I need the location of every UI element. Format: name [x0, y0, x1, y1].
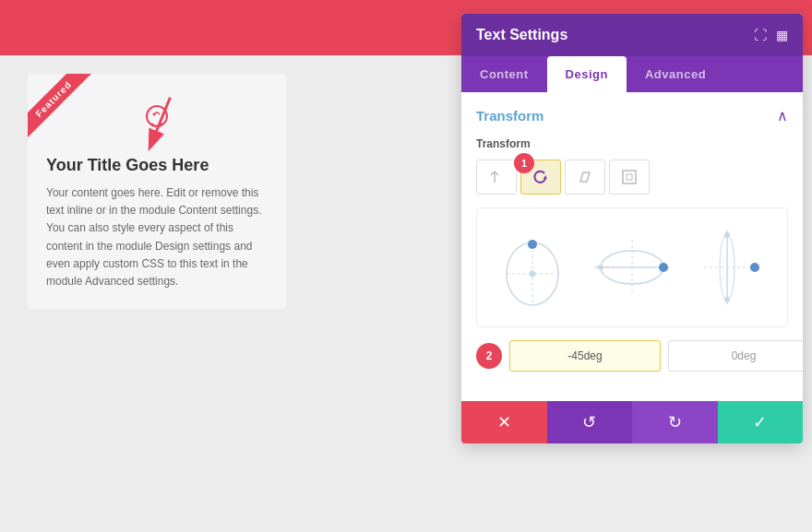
- rotate-x-input[interactable]: [509, 340, 661, 372]
- svg-rect-8: [627, 174, 632, 180]
- section-header: Transform ∧: [476, 107, 788, 124]
- panel-header: Text Settings ⛶ ▦: [461, 14, 803, 56]
- move-btn[interactable]: [476, 160, 517, 195]
- svg-marker-6: [543, 175, 547, 179]
- svg-point-19: [598, 265, 603, 270]
- transform-label: Transform: [476, 137, 788, 150]
- svg-point-18: [659, 263, 668, 272]
- svg-point-25: [724, 297, 730, 302]
- svg-point-24: [724, 232, 730, 238]
- input-badge: 2: [476, 343, 502, 369]
- viz-item-2: [583, 226, 680, 309]
- card-text: Your content goes here. Edit or remove t…: [46, 184, 268, 290]
- svg-point-13: [530, 271, 536, 278]
- left-panel: Featured Your Title Goes Here Your conte…: [0, 0, 424, 532]
- viz-area: [476, 207, 788, 327]
- undo-button[interactable]: ↺: [547, 401, 633, 443]
- grid-icon[interactable]: ▦: [776, 28, 788, 42]
- svg-rect-7: [623, 171, 636, 183]
- panel-header-icons: ⛶ ▦: [754, 28, 788, 42]
- skew-btn[interactable]: [565, 160, 605, 195]
- ribbon-text: Featured: [28, 74, 92, 138]
- input-row: 2: [476, 340, 788, 372]
- rotate-btn[interactable]: 1: [520, 160, 561, 195]
- tab-content[interactable]: Content: [461, 56, 547, 92]
- save-button[interactable]: ✓: [718, 401, 804, 443]
- panel-content: Transform ∧ Transform 1: [461, 92, 803, 401]
- svg-point-23: [750, 263, 759, 272]
- rotate-y-input[interactable]: [668, 340, 803, 372]
- tab-design[interactable]: Design: [547, 56, 627, 92]
- settings-panel: Text Settings ⛶ ▦ Content Design Advance…: [461, 14, 803, 443]
- tab-advanced[interactable]: Advanced: [627, 56, 724, 92]
- expand-icon[interactable]: ⛶: [754, 28, 767, 42]
- redo-button[interactable]: ↻: [632, 401, 718, 443]
- section-title: Transform: [476, 108, 543, 124]
- cancel-button[interactable]: ✕: [461, 401, 547, 443]
- viz-item-3: [681, 226, 778, 309]
- section-collapse-icon[interactable]: ∧: [777, 107, 788, 124]
- svg-point-12: [528, 240, 537, 249]
- action-bar: ✕ ↺ ↻ ✓: [461, 401, 803, 443]
- panel-title: Text Settings: [476, 27, 567, 43]
- rotate-badge: 1: [514, 153, 534, 173]
- viz-item-1: [486, 226, 583, 309]
- card-ribbon: Featured: [28, 74, 102, 148]
- icon-btn-row: 1: [476, 160, 788, 195]
- scale-btn[interactable]: [609, 160, 650, 195]
- panel-tabs: Content Design Advanced: [461, 56, 803, 92]
